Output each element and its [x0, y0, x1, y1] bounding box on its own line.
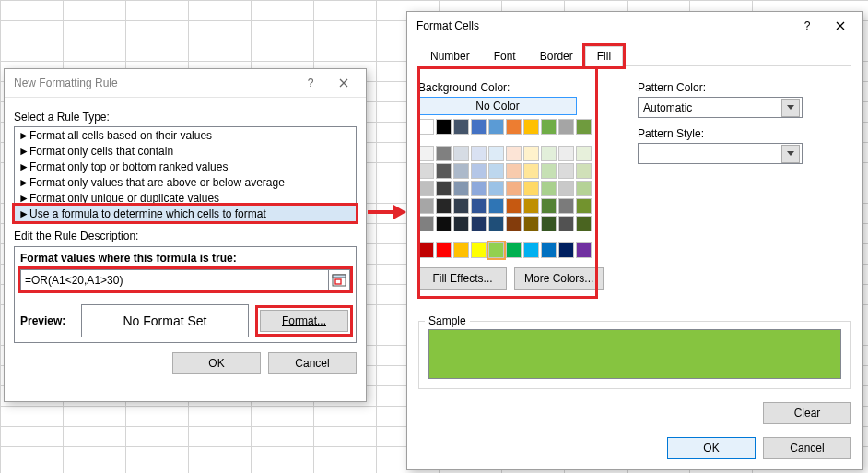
color-swatch[interactable]: [471, 216, 487, 231]
color-swatch[interactable]: [436, 119, 452, 135]
color-swatch[interactable]: [471, 181, 487, 196]
color-swatch[interactable]: [418, 216, 434, 231]
color-swatch[interactable]: [418, 198, 434, 214]
color-swatch[interactable]: [488, 242, 504, 258]
color-swatch[interactable]: [418, 163, 434, 179]
color-swatch[interactable]: [471, 242, 487, 258]
color-swatch[interactable]: [576, 146, 592, 161]
color-swatch[interactable]: [488, 163, 504, 179]
format-button[interactable]: Format...: [260, 310, 348, 332]
tab-number[interactable]: Number: [418, 46, 482, 66]
edit-rule-description-label: Edit the Rule Description:: [14, 230, 357, 242]
color-swatch[interactable]: [488, 119, 504, 135]
color-swatch[interactable]: [453, 146, 469, 161]
color-swatch[interactable]: [506, 146, 522, 161]
preview-box: No Format Set: [81, 304, 249, 337]
color-swatch[interactable]: [488, 146, 504, 161]
color-swatch[interactable]: [453, 181, 469, 196]
color-swatch[interactable]: [436, 146, 452, 161]
help-button[interactable]: ?: [294, 72, 327, 94]
color-swatch[interactable]: [506, 119, 522, 135]
color-swatch[interactable]: [418, 181, 434, 196]
pattern-color-combo[interactable]: Automatic: [638, 97, 803, 118]
color-swatch[interactable]: [418, 242, 434, 258]
color-swatch[interactable]: [488, 216, 504, 231]
color-swatch[interactable]: [506, 163, 522, 179]
color-swatch[interactable]: [523, 198, 539, 214]
color-swatch[interactable]: [453, 198, 469, 214]
color-swatch[interactable]: [471, 146, 487, 161]
color-swatch[interactable]: [453, 216, 469, 231]
color-swatch[interactable]: [506, 242, 522, 258]
rule-type-item[interactable]: ►Format only top or bottom ranked values: [15, 159, 356, 174]
color-swatch[interactable]: [576, 242, 592, 258]
color-swatch[interactable]: [576, 163, 592, 179]
rule-type-item[interactable]: ►Format all cells based on their values: [15, 127, 356, 143]
color-swatch[interactable]: [558, 146, 574, 161]
color-swatch[interactable]: [541, 242, 557, 258]
color-swatch[interactable]: [541, 146, 557, 161]
color-swatch[interactable]: [523, 216, 539, 231]
color-swatch[interactable]: [506, 198, 522, 214]
color-swatch[interactable]: [436, 242, 452, 258]
rule-type-item[interactable]: ►Format only values that are above or be…: [15, 174, 356, 190]
color-swatch[interactable]: [576, 198, 592, 214]
tab-font[interactable]: Font: [482, 46, 528, 66]
range-picker-button[interactable]: [328, 270, 349, 290]
color-swatch[interactable]: [453, 242, 469, 258]
color-swatch[interactable]: [436, 181, 452, 196]
color-swatch[interactable]: [506, 181, 522, 196]
color-swatch[interactable]: [453, 163, 469, 179]
color-swatch[interactable]: [506, 216, 522, 231]
color-swatch[interactable]: [488, 198, 504, 214]
tab-border[interactable]: Border: [528, 46, 585, 66]
color-swatch[interactable]: [576, 119, 592, 135]
color-swatch[interactable]: [558, 181, 574, 196]
color-swatch[interactable]: [418, 146, 434, 161]
color-swatch[interactable]: [576, 181, 592, 196]
color-swatch[interactable]: [471, 198, 487, 214]
rule-type-item-formula[interactable]: ►Use a formula to determine which cells …: [15, 206, 356, 221]
color-swatch[interactable]: [541, 198, 557, 214]
ok-button[interactable]: OK: [172, 352, 261, 374]
more-colors-button[interactable]: More Colors...: [514, 267, 604, 290]
help-button[interactable]: ?: [791, 15, 824, 37]
no-color-button[interactable]: No Color: [418, 97, 577, 115]
color-swatch[interactable]: [558, 216, 574, 231]
color-swatch[interactable]: [558, 242, 574, 258]
color-swatch[interactable]: [541, 181, 557, 196]
clear-button[interactable]: Clear: [763, 402, 851, 424]
fill-effects-button[interactable]: Fill Effects...: [418, 267, 507, 290]
color-swatch[interactable]: [523, 146, 539, 161]
color-swatch[interactable]: [558, 198, 574, 214]
color-swatch[interactable]: [523, 242, 539, 258]
ok-button[interactable]: OK: [667, 437, 756, 459]
close-button[interactable]: [327, 72, 360, 94]
color-swatch[interactable]: [558, 119, 574, 135]
color-swatch[interactable]: [523, 181, 539, 196]
color-swatch[interactable]: [523, 119, 539, 135]
tab-fill[interactable]: Fill: [585, 46, 623, 66]
color-swatch[interactable]: [541, 163, 557, 179]
color-swatch[interactable]: [436, 198, 452, 214]
rule-type-list[interactable]: ►Format all cells based on their values …: [14, 126, 357, 222]
cancel-button[interactable]: Cancel: [763, 437, 851, 459]
color-swatch[interactable]: [436, 163, 452, 179]
color-swatch[interactable]: [418, 119, 434, 135]
color-swatch[interactable]: [471, 119, 487, 135]
color-swatch[interactable]: [471, 163, 487, 179]
rule-type-item[interactable]: ►Format only unique or duplicate values: [15, 190, 356, 206]
color-swatch[interactable]: [436, 216, 452, 231]
rule-type-item[interactable]: ►Format only cells that contain: [15, 143, 356, 159]
color-swatch[interactable]: [558, 163, 574, 179]
color-swatch[interactable]: [576, 216, 592, 231]
color-swatch[interactable]: [541, 216, 557, 231]
cancel-button[interactable]: Cancel: [268, 352, 357, 374]
formula-input[interactable]: [21, 270, 328, 290]
color-swatch[interactable]: [523, 163, 539, 179]
color-swatch[interactable]: [488, 181, 504, 196]
pattern-style-combo[interactable]: [638, 143, 803, 164]
color-swatch[interactable]: [541, 119, 557, 135]
close-button[interactable]: [824, 15, 857, 37]
color-swatch[interactable]: [453, 119, 469, 135]
